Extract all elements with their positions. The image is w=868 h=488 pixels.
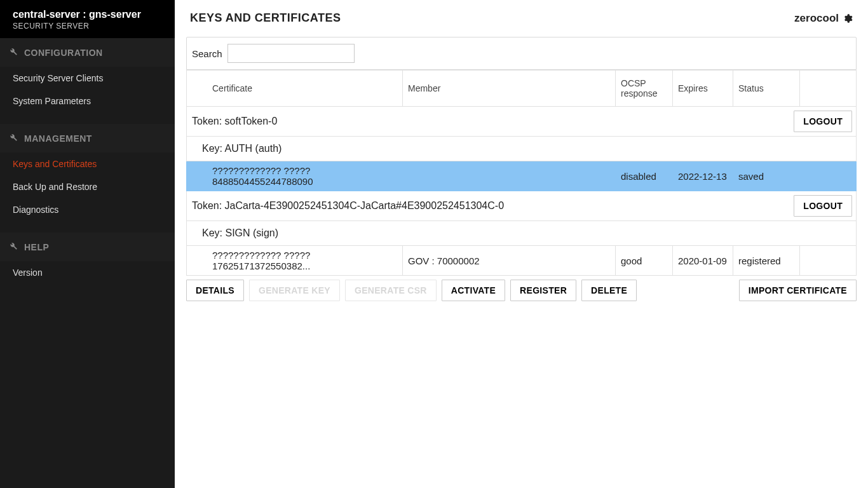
nav-section-help: HELP <box>0 233 175 261</box>
col-actions <box>800 71 857 107</box>
cert-ocsp: good <box>616 246 673 276</box>
key-label: Key: AUTH (auth) <box>202 143 281 154</box>
details-button[interactable]: DETAILS <box>186 280 244 301</box>
cert-table: Certificate Member OCSP response Expires… <box>186 70 857 276</box>
key-row[interactable]: Key: AUTH (auth) <box>187 137 857 161</box>
key-row[interactable]: Key: SIGN (sign) <box>187 221 857 246</box>
search-bar: Search <box>186 37 857 70</box>
sidebar: central-server : gns-server SECURITY SER… <box>0 0 175 488</box>
sidebar-item-backup[interactable]: Back Up and Restore <box>0 175 175 198</box>
gear-icon <box>843 13 853 24</box>
nav-section-configuration: CONFIGURATION <box>0 38 175 67</box>
user-name: zerocool <box>794 12 839 25</box>
content: Search Certificate Member OCSP response … <box>175 34 868 313</box>
token-row[interactable]: Token: softToken-0LOGOUT <box>187 107 857 137</box>
delete-button[interactable]: DELETE <box>581 280 637 301</box>
user-menu[interactable]: zerocool <box>794 12 853 25</box>
generate-csr-button: GENERATE CSR <box>345 280 437 301</box>
action-bar: DETAILS GENERATE KEY GENERATE CSR ACTIVA… <box>186 280 857 301</box>
sidebar-header: central-server : gns-server SECURITY SER… <box>0 0 175 38</box>
sidebar-item-clients[interactable]: Security Server Clients <box>0 67 175 90</box>
topbar: KEYS AND CERTIFICATES zerocool <box>175 0 868 34</box>
sidebar-item-keys[interactable]: Keys and Certificates <box>0 152 175 175</box>
search-label: Search <box>192 48 222 59</box>
wrench-icon <box>9 241 18 252</box>
col-ocsp[interactable]: OCSP response <box>616 71 673 107</box>
token-label: Token: softToken-0 <box>192 116 277 127</box>
cert-row[interactable]: ????????????? ????? 17625171372550382...… <box>187 246 857 276</box>
cert-expires: 2020-01-09 <box>673 246 733 276</box>
cert-name: ????????????? ????? 8488504455244788090 <box>187 161 403 191</box>
cert-status: registered <box>733 246 800 276</box>
server-name: central-server : gns-server <box>13 9 162 20</box>
sidebar-item-version[interactable]: Version <box>0 261 175 284</box>
col-certificate[interactable]: Certificate <box>187 71 403 107</box>
col-expires[interactable]: Expires <box>673 71 733 107</box>
wrench-icon <box>9 133 18 144</box>
import-certificate-button[interactable]: IMPORT CERTIFICATE <box>739 280 857 301</box>
key-label: Key: SIGN (sign) <box>202 227 278 238</box>
server-subtitle: SECURITY SERVER <box>13 22 162 30</box>
cert-status: saved <box>733 161 800 191</box>
col-status[interactable]: Status <box>733 71 800 107</box>
wrench-icon <box>9 47 18 58</box>
main: KEYS AND CERTIFICATES zerocool Search Ce… <box>175 0 868 488</box>
cert-row[interactable]: ????????????? ????? 8488504455244788090d… <box>187 161 857 191</box>
search-input[interactable] <box>227 44 355 63</box>
col-member[interactable]: Member <box>403 71 616 107</box>
activate-button[interactable]: ACTIVATE <box>442 280 505 301</box>
token-row[interactable]: Token: JaCarta-4E3900252451304C-JaCarta#… <box>187 191 857 221</box>
generate-key-button: GENERATE KEY <box>249 280 340 301</box>
cert-expires: 2022-12-13 <box>673 161 733 191</box>
nav-section-management: MANAGEMENT <box>0 124 175 152</box>
sidebar-item-diag[interactable]: Diagnostics <box>0 198 175 221</box>
cert-member: GOV : 70000002 <box>403 246 616 276</box>
table-header-row: Certificate Member OCSP response Expires… <box>187 71 857 107</box>
logout-button[interactable]: LOGOUT <box>794 195 852 217</box>
token-label: Token: JaCarta-4E3900252451304C-JaCarta#… <box>192 200 504 212</box>
register-button[interactable]: REGISTER <box>510 280 576 301</box>
cert-name: ????????????? ????? 17625171372550382... <box>187 246 403 276</box>
cert-member <box>403 161 616 191</box>
cert-ocsp: disabled <box>616 161 673 191</box>
page-title: KEYS AND CERTIFICATES <box>190 11 341 25</box>
logout-button[interactable]: LOGOUT <box>794 111 852 132</box>
sidebar-item-params[interactable]: System Parameters <box>0 90 175 112</box>
